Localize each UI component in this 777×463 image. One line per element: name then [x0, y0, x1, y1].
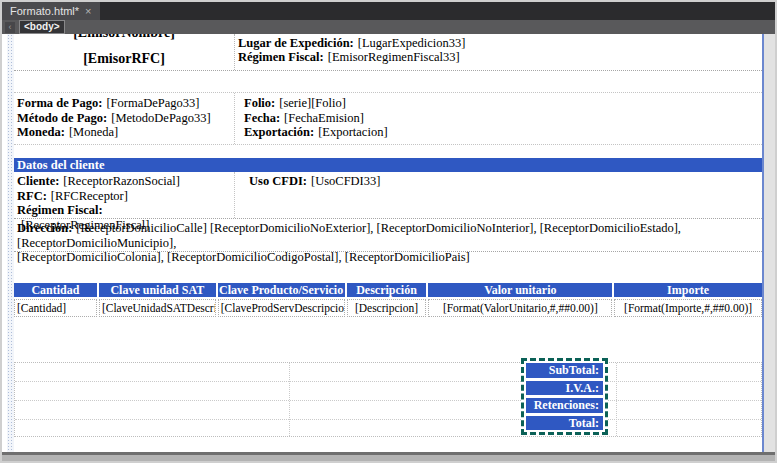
cell-cantidad[interactable]: [Cantidad] [14, 299, 97, 317]
metodo-pago-line[interactable]: Método de Pago:[MetodoDePago33] [17, 111, 234, 126]
rfc-receptor-label: RFC: [17, 189, 47, 203]
folio-line[interactable]: Folio:[serie][Folio] [244, 96, 762, 111]
empty-column-divider [289, 363, 290, 436]
uso-cfdi-value[interactable]: [UsoCFDI33] [311, 174, 380, 188]
right-gutter [764, 34, 775, 452]
body-margin-strip [7, 34, 14, 452]
close-icon[interactable]: × [85, 5, 91, 17]
metodo-pago-label: Método de Pago: [17, 111, 107, 125]
subtotal-label[interactable]: SubTotal: [526, 363, 603, 378]
uso-cfdi-line[interactable]: Uso CFDI:[UsoCFDI33] [249, 174, 762, 189]
tab-bar: Formato.html* × [2, 2, 775, 20]
cell-descripcion[interactable]: [Descripcion] [347, 299, 427, 317]
rfc-receptor-line[interactable]: RFC:[RFCReceptor] [17, 189, 234, 204]
window-bottom-shadow [2, 455, 775, 461]
breadcrumb: ‹ <body> [2, 20, 775, 34]
tab-title[interactable]: Formato.html* [10, 5, 79, 17]
direccion-value-line2[interactable]: [ReceptorDomicilioColonia], [ReceptorDom… [17, 250, 762, 265]
pago-section[interactable]: Forma de Pago:[FormaDePago33] Método de … [14, 92, 762, 145]
cell-clave-producto-servicio[interactable]: [ClaveProdServDescripcion] [218, 299, 345, 317]
metodo-pago-value[interactable]: [MetodoDePago33] [111, 111, 210, 125]
emisor-identity-cell[interactable]: [EmisorNombre] [EmisorRFC] [14, 34, 235, 70]
items-data-row: [Cantidad] [ClaveUnidadSATDescripcion] [… [14, 299, 762, 317]
forma-pago-line[interactable]: Forma de Pago:[FormaDePago33] [17, 96, 234, 111]
tab-formato-html[interactable]: Formato.html* × [2, 2, 100, 20]
header-clave-unidad-sat[interactable]: Clave unidad SAT [99, 283, 216, 297]
forma-pago-value[interactable]: [FormaDePago33] [106, 96, 199, 110]
moneda-value[interactable]: [Moneda] [69, 125, 118, 139]
moneda-label: Moneda: [17, 125, 65, 139]
total-label[interactable]: Total: [526, 416, 603, 431]
header-clave-producto-servicio[interactable]: Clave Producto/Servicio [218, 283, 345, 297]
design-right-edge [762, 34, 764, 452]
exportacion-value[interactable]: [Exportacion] [318, 125, 387, 139]
direccion-label: Dirección: [17, 221, 72, 235]
items-header-row: Cantidad Clave unidad SAT Clave Producto… [14, 283, 762, 297]
header-importe[interactable]: Importe [614, 283, 762, 297]
receptor-regimen-label: Régimen Fiscal: [17, 203, 103, 217]
emisor-regimen-line[interactable]: Régimen Fiscal:[EmisorRegimenFiscal33] [238, 50, 762, 64]
folio-label: Folio: [244, 96, 275, 110]
forma-pago-label: Forma de Pago: [17, 96, 102, 110]
moneda-line[interactable]: Moneda:[Moneda] [17, 125, 234, 140]
cliente-section[interactable]: Cliente:[ReceptorRazonSocial] RFC:[RFCRe… [14, 172, 762, 219]
empty-row-divider [15, 419, 761, 420]
lugar-expedicion-label: Lugar de Expedición: [238, 36, 354, 50]
rfc-receptor-value[interactable]: [RFCReceptor] [51, 189, 128, 203]
cliente-right-cell[interactable]: Uso CFDI:[UsoCFDI33] [235, 172, 762, 218]
datos-cliente-bar[interactable]: Datos del cliente [14, 158, 762, 172]
pago-right-cell[interactable]: Folio:[serie][Folio] Fecha:[FechaEmision… [235, 93, 762, 144]
exportacion-line[interactable]: Exportación:[Exportacion] [244, 125, 762, 140]
cliente-line[interactable]: Cliente:[ReceptorRazonSocial] [17, 174, 234, 189]
breadcrumb-body-tag[interactable]: <body> [19, 20, 65, 34]
empty-column-divider [616, 363, 617, 436]
direccion-line1[interactable]: Dirección:[ReceptorDomicilioCalle] [Rece… [17, 221, 762, 250]
header-cantidad[interactable]: Cantidad [14, 283, 97, 297]
editor-window: Formato.html* × ‹ <body> [EmisorNombre] … [0, 0, 777, 463]
emisor-regimen-value[interactable]: [EmisorRegimenFiscal33] [328, 50, 460, 64]
chevron-left-icon[interactable]: ‹ [5, 22, 15, 33]
emisor-nombre-placeholder[interactable]: [EmisorNombre] [14, 34, 234, 40]
uso-cfdi-label: Uso CFDI: [249, 174, 307, 188]
cell-valor-unitario[interactable]: [Format(ValorUnitario,#,##0.00)] [428, 299, 612, 317]
design-surface[interactable]: [EmisorNombre] [EmisorRFC] Lugar de Expe… [2, 34, 775, 452]
cliente-value[interactable]: [ReceptorRazonSocial] [63, 174, 180, 188]
folio-value[interactable]: [serie][Folio] [279, 96, 346, 110]
emisor-section[interactable]: [EmisorNombre] [EmisorRFC] Lugar de Expe… [14, 34, 762, 71]
fecha-value[interactable]: [FechaEmision] [284, 111, 364, 125]
lugar-expedicion-value[interactable]: [LugarExpedicion33] [358, 36, 466, 50]
cell-importe[interactable]: [Format(Importe,#,##0.00)] [614, 299, 762, 317]
lugar-expedicion-line[interactable]: Lugar de Expedición:[LugarExpedicion33] [238, 36, 762, 50]
iva-label[interactable]: I.V.A.: [526, 381, 603, 396]
cell-clave-unidad-sat[interactable]: [ClaveUnidadSATDescripcion] [99, 299, 216, 317]
fecha-label: Fecha: [244, 111, 280, 125]
emisor-fields-cell[interactable]: Lugar de Expedición:[LugarExpedicion33] … [235, 34, 762, 70]
pago-left-cell[interactable]: Forma de Pago:[FormaDePago33] Método de … [14, 93, 235, 144]
direccion-section[interactable]: Dirección:[ReceptorDomicilioCalle] [Rece… [14, 219, 762, 252]
emisor-regimen-label: Régimen Fiscal: [238, 50, 324, 64]
emisor-rfc-placeholder[interactable]: [EmisorRFC] [14, 51, 234, 66]
exportacion-label: Exportación: [244, 125, 314, 139]
retenciones-label[interactable]: Retenciones: [526, 398, 603, 413]
cliente-label: Cliente: [17, 174, 59, 188]
direccion-value-line1[interactable]: [ReceptorDomicilioCalle] [ReceptorDomici… [17, 221, 681, 250]
fecha-line[interactable]: Fecha:[FechaEmision] [244, 111, 762, 126]
empty-row-divider [15, 381, 761, 382]
empty-rows-table[interactable] [14, 362, 762, 437]
totals-selection-box[interactable]: SubTotal: I.V.A.: Retenciones: Total: [521, 358, 608, 435]
header-descripcion[interactable]: Descripción [347, 283, 427, 297]
cliente-left-cell[interactable]: Cliente:[ReceptorRazonSocial] RFC:[RFCRe… [14, 172, 235, 218]
header-valor-unitario[interactable]: Valor unitario [428, 283, 612, 297]
empty-row-divider [15, 400, 761, 401]
items-table[interactable]: Cantidad Clave unidad SAT Clave Producto… [14, 283, 762, 317]
